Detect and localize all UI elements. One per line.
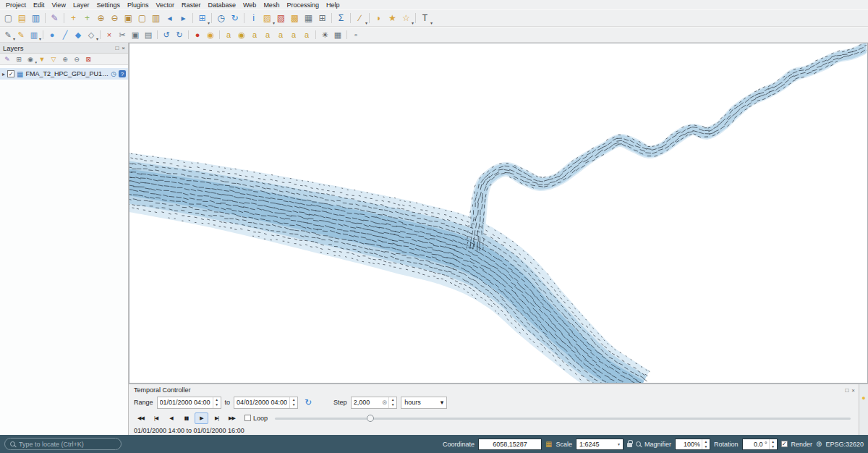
map-canvas-area[interactable] <box>129 43 868 384</box>
toggle-editing-icon[interactable]: ✎ <box>14 28 27 41</box>
spinner-arrows[interactable]: ▴▾ <box>769 439 777 449</box>
panel-close-icon[interactable]: × <box>851 387 855 394</box>
filter-legend-icon[interactable]: ▼ <box>37 54 47 64</box>
help-icon[interactable]: ▫ <box>349 28 362 41</box>
spinner-arrows[interactable]: ▴▾ <box>213 397 221 408</box>
measure-icon[interactable]: ∕▾ <box>353 12 367 25</box>
layer-labeling-icon[interactable]: a <box>222 28 235 41</box>
rotate-label-icon[interactable]: a <box>287 28 300 41</box>
open-layer-styling-icon[interactable]: ✎ <box>2 54 12 64</box>
expand-all-icon[interactable]: ⊕ <box>60 54 70 64</box>
open-attribute-table-icon[interactable]: ▦ <box>302 12 315 25</box>
pan-to-selection-icon[interactable]: + <box>80 12 94 25</box>
panel-float-icon[interactable]: □ <box>115 45 119 51</box>
panel-close-icon[interactable]: × <box>122 45 125 51</box>
zoom-to-layer-icon[interactable]: ▥ <box>149 12 163 25</box>
redo-icon[interactable]: ↻ <box>173 28 186 41</box>
time-slider-track[interactable] <box>275 418 851 420</box>
paste-features-icon[interactable]: ▤ <box>142 28 155 41</box>
render-checkbox[interactable]: ✓ <box>781 441 788 447</box>
add-line-icon[interactable]: ╱ <box>59 28 72 41</box>
layer-checkbox[interactable]: ✓ <box>7 70 14 77</box>
refresh-range-icon[interactable]: ↻ <box>305 397 312 407</box>
undo-icon[interactable]: ↺ <box>160 28 173 41</box>
pin-labels-icon[interactable]: a <box>248 28 261 41</box>
current-edits-icon[interactable]: ✎▾ <box>1 28 14 41</box>
vertex-tool-icon[interactable]: ◇▾ <box>85 28 98 41</box>
filter-by-expression-icon[interactable]: ▽ <box>48 54 59 64</box>
menu-view[interactable]: View <box>48 1 69 9</box>
new-project-icon[interactable]: ▢ <box>1 12 15 25</box>
magnifier-input[interactable] <box>676 441 702 448</box>
scale-lock-icon[interactable] <box>627 443 632 447</box>
rotation-input[interactable] <box>743 441 769 448</box>
map-canvas[interactable] <box>129 43 867 384</box>
processing-toolbox-icon[interactable]: ✳ <box>318 28 331 41</box>
menu-edit[interactable]: Edit <box>30 1 48 9</box>
map-tips-icon[interactable]: ◗ <box>372 12 386 25</box>
range-start-spinbox[interactable]: ▴▾ <box>157 397 221 409</box>
crs-globe-icon[interactable]: ⊕ <box>816 440 822 448</box>
crs-label[interactable]: EPSG:32620 <box>825 441 864 448</box>
zoom-full-icon[interactable]: ▣ <box>122 12 135 25</box>
pause-button[interactable]: ▮▮ <box>179 412 193 424</box>
menu-project[interactable]: Project <box>2 1 30 9</box>
save-edits-icon[interactable]: ▥▾ <box>27 28 41 41</box>
skip-to-start-button[interactable]: |◀ <box>149 412 163 424</box>
add-point-icon[interactable]: ● <box>46 28 59 41</box>
change-label-icon[interactable]: a <box>300 28 313 41</box>
dock-tab-icon[interactable]: ● <box>861 394 865 402</box>
text-annotation-icon[interactable]: T▾ <box>418 12 432 25</box>
step-back-button[interactable]: ◀ <box>164 412 178 424</box>
statistics-icon[interactable]: Σ <box>334 12 348 25</box>
step-unit-combo[interactable]: hours ▾ <box>401 397 447 409</box>
highlight-pinned-labels-icon[interactable]: a <box>261 28 274 41</box>
range-start-input[interactable] <box>158 399 213 406</box>
log-messages-icon[interactable]: ● <box>191 28 204 41</box>
layer-diagram-icon[interactable]: ◉ <box>235 28 248 41</box>
zoom-next-icon[interactable]: ▸ <box>176 12 190 25</box>
mesh-calculator-icon[interactable]: ▦ <box>331 28 344 41</box>
style-manager-icon[interactable]: ✎ <box>48 12 61 25</box>
rewind-button[interactable]: ◀◀ <box>134 412 148 424</box>
magnifier-spinbox[interactable]: ▴▾ <box>675 439 710 450</box>
copy-features-icon[interactable]: ▣ <box>129 28 142 41</box>
coordinate-input[interactable] <box>478 439 542 450</box>
layer-item[interactable]: ▸ ✓ ▦ FMA_T2_HPC_GPU_PU1_10 ◷ ? <box>0 68 128 80</box>
fast-forward-button[interactable]: ▶▶ <box>225 412 239 424</box>
extents-icon[interactable]: ▦ <box>545 440 552 448</box>
new-map-view-icon[interactable]: ⊞▾ <box>195 12 209 25</box>
new-bookmark-icon[interactable]: ★ <box>386 12 399 25</box>
range-end-spinbox[interactable]: ▴▾ <box>234 397 298 409</box>
osm-search-icon[interactable]: ◉ <box>204 28 217 41</box>
spinner-arrows[interactable]: ▴▾ <box>702 439 710 449</box>
select-by-expression-icon[interactable]: ▩ <box>288 12 302 25</box>
time-slider[interactable] <box>275 413 851 423</box>
menu-processing[interactable]: Processing <box>283 1 323 9</box>
collapse-all-icon[interactable]: ⊖ <box>72 54 82 64</box>
open-project-icon[interactable]: ▤ <box>15 12 29 25</box>
menu-plugins[interactable]: Plugins <box>124 1 153 9</box>
expand-chevron-icon[interactable]: ▸ <box>2 71 5 77</box>
layer-help-badge[interactable]: ? <box>119 70 126 77</box>
field-calculator-icon[interactable]: ⊞ <box>315 12 329 25</box>
spinner-arrows[interactable]: ▴▾ <box>388 397 396 408</box>
menu-layer[interactable]: Layer <box>69 1 93 9</box>
clear-icon[interactable]: ⊗ <box>382 399 389 406</box>
menu-mesh[interactable]: Mesh <box>260 1 283 9</box>
menu-database[interactable]: Database <box>205 1 240 9</box>
deselect-features-icon[interactable]: ▧ <box>274 12 288 25</box>
time-slider-handle[interactable] <box>367 415 374 422</box>
locate-box[interactable] <box>4 438 122 450</box>
step-spinbox[interactable]: ⊗ ▴▾ <box>351 397 398 409</box>
menu-settings[interactable]: Settings <box>93 1 124 9</box>
zoom-last-icon[interactable]: ◂ <box>163 12 176 25</box>
remove-layer-icon[interactable]: ⊠ <box>83 54 93 64</box>
zoom-in-icon[interactable]: ⊕ <box>94 12 108 25</box>
rotation-spinbox[interactable]: ▴▾ <box>742 439 778 450</box>
spinner-arrows[interactable]: ▴▾ <box>289 397 297 408</box>
move-label-icon[interactable]: a <box>274 28 287 41</box>
zoom-out-icon[interactable]: ⊖ <box>108 12 122 25</box>
scale-combo[interactable]: 1:6245 ▾ <box>576 439 624 450</box>
menu-raster[interactable]: Raster <box>178 1 205 9</box>
